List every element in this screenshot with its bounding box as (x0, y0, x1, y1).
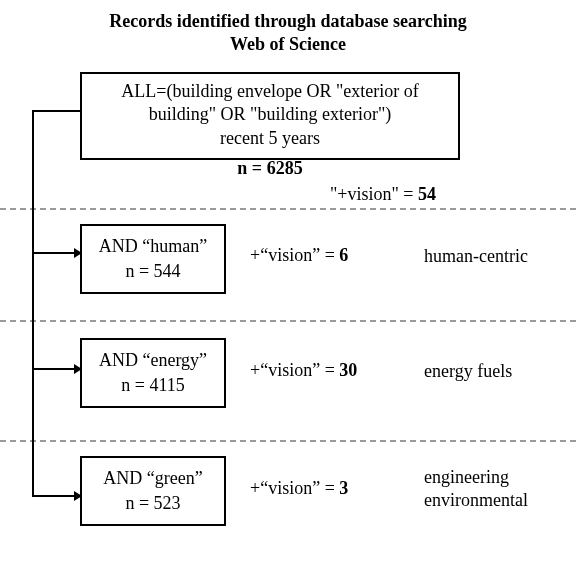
branch-vision-label: +“vision” = (250, 245, 339, 265)
branch-mid-energy: +“vision” = 30 (250, 360, 357, 381)
root-query-line1: ALL=(building envelope OR "exterior of (121, 81, 418, 101)
divider (0, 320, 576, 322)
branch-category-text: human-centric (424, 246, 528, 266)
branch-category-green: engineeringenvironmental (424, 466, 528, 513)
title-line-1: Records identified through database sear… (109, 11, 466, 31)
diagram-title: Records identified through database sear… (0, 0, 576, 71)
divider (0, 208, 576, 210)
divider (0, 440, 576, 442)
branch-category-human: human-centric (424, 245, 528, 268)
flow-line (32, 110, 34, 496)
branch-vision-value: 3 (339, 478, 348, 498)
branch-category-energy: energy fuels (424, 360, 512, 383)
branch-term: AND “human” (99, 236, 207, 256)
root-n-value: 6285 (267, 158, 303, 178)
branch-box-green: AND “green” n = 523 (80, 456, 226, 526)
root-query-box: ALL=(building envelope OR "exterior of b… (80, 72, 460, 160)
branch-box-energy: AND “energy” n = 4115 (80, 338, 226, 408)
branch-vision-value: 6 (339, 245, 348, 265)
branch-vision-label: +“vision” = (250, 478, 339, 498)
root-plus-vision-value: 54 (418, 184, 436, 204)
flow-line (32, 495, 80, 497)
branch-category-text: energy fuels (424, 361, 512, 381)
root-plus-vision: "+vision" = 54 (330, 184, 436, 205)
root-timeframe: recent 5 years (220, 128, 320, 148)
branch-box-human: AND “human” n = 544 (80, 224, 226, 294)
title-line-2: Web of Science (230, 34, 346, 54)
root-n-label: n = (237, 158, 266, 178)
branch-category-text: engineeringenvironmental (424, 467, 528, 510)
root-n: n = 6285 (80, 158, 460, 179)
root-query-line2: building" OR "building exterior") (149, 104, 392, 124)
branch-n: n = 4115 (121, 375, 184, 395)
branch-term: AND “energy” (99, 350, 207, 370)
flow-line (32, 252, 80, 254)
branch-term: AND “green” (103, 468, 202, 488)
root-plus-vision-label: "+vision" = (330, 184, 418, 204)
branch-mid-human: +“vision” = 6 (250, 245, 348, 266)
branch-mid-green: +“vision” = 3 (250, 478, 348, 499)
branch-vision-label: +“vision” = (250, 360, 339, 380)
flow-line (32, 110, 80, 112)
branch-n: n = 523 (125, 493, 180, 513)
branch-vision-value: 30 (339, 360, 357, 380)
flow-line (32, 368, 80, 370)
branch-n: n = 544 (125, 261, 180, 281)
